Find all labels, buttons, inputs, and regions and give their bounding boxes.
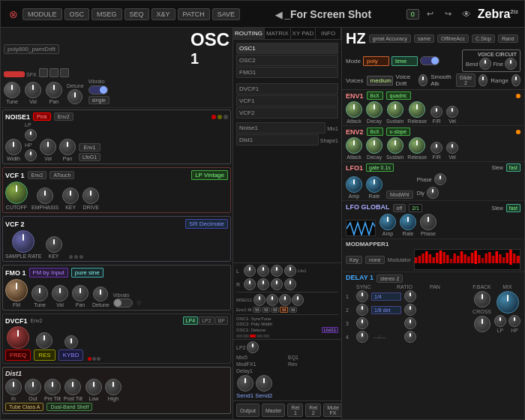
dist-in-knob[interactable]: [5, 379, 22, 395]
single-btn[interactable]: single: [88, 96, 110, 104]
lp2-knob[interactable]: [247, 341, 259, 353]
env1-attack-knob[interactable]: [346, 101, 362, 118]
tube-btn[interactable]: Tube Class A: [5, 403, 44, 411]
delay-sync3-knob[interactable]: [356, 317, 368, 329]
mat-l2[interactable]: [257, 265, 269, 277]
routing-osc2[interactable]: OSC2: [236, 55, 338, 66]
save-nav-btn[interactable]: SAVE: [212, 8, 240, 20]
lp2-btn[interactable]: LP2: [199, 316, 214, 325]
matrix-tab[interactable]: MATRIX: [265, 28, 291, 39]
mseg-k1[interactable]: [254, 294, 266, 306]
offline-btn[interactable]: OfflineAcc: [437, 34, 469, 43]
lfo1-phase-knob[interactable]: [434, 173, 446, 185]
fm-wave-btn[interactable]: pure sine: [71, 268, 104, 278]
bend-knob[interactable]: [479, 58, 491, 70]
mutefx-btn[interactable]: Mute FX: [323, 404, 342, 417]
mode-val[interactable]: poly: [363, 56, 389, 66]
delay-mode-btn[interactable]: stereo 2: [376, 274, 403, 283]
mat-l1[interactable]: [244, 265, 256, 277]
lfo1-dly-knob[interactable]: [427, 187, 439, 199]
routing-fmo1[interactable]: FMO1: [236, 67, 338, 78]
dist-low-knob[interactable]: [86, 379, 102, 395]
lfo1-rate-knob[interactable]: [366, 176, 382, 193]
mseg-k2[interactable]: [266, 294, 278, 306]
lfo-off-btn[interactable]: off: [393, 204, 406, 212]
fmo-tune-knob[interactable]: [32, 285, 48, 302]
cslop-btn[interactable]: C.Slop: [472, 34, 495, 43]
tune-knob[interactable]: [4, 82, 20, 98]
glide2-btn[interactable]: Glide 2: [456, 74, 476, 87]
atouch-btn[interactable]: ATouch: [50, 171, 74, 179]
lfog1-val[interactable]: LfoG1: [322, 327, 338, 333]
send2-knob[interactable]: [256, 375, 272, 392]
voices-val[interactable]: medium: [367, 76, 393, 86]
lfo1-amp-knob[interactable]: [346, 176, 362, 193]
m-btn3[interactable]: M: [271, 307, 279, 313]
env2-decay-knob[interactable]: [366, 137, 382, 154]
noise-lp-knob[interactable]: [25, 129, 37, 141]
sample-rate-knob[interactable]: [12, 230, 34, 253]
xy-nav-btn[interactable]: X&Y: [152, 8, 176, 20]
osc-mini-slider[interactable]: [4, 71, 25, 77]
lfo-phase-knob[interactable]: [420, 214, 436, 230]
mat-r1[interactable]: [244, 278, 256, 290]
osc-nav-btn[interactable]: OSC: [64, 8, 90, 20]
modwhl-btn[interactable]: ModWhl: [386, 190, 413, 199]
none-btn[interactable]: none: [365, 256, 385, 264]
detune-knob[interactable]: [68, 89, 82, 104]
ret2-btn[interactable]: Ret 2: [305, 404, 321, 417]
noise-hp-knob[interactable]: [25, 149, 37, 161]
accuracy-btn[interactable]: great Accuracy: [369, 34, 411, 43]
noise-env2-btn[interactable]: Env2: [54, 112, 74, 121]
fmo-detune-knob[interactable]: [93, 286, 108, 302]
pink-btn[interactable]: Pink: [33, 112, 51, 121]
master-btn[interactable]: Master: [262, 404, 285, 417]
fback-knob[interactable]: [474, 291, 490, 308]
env2-sustain-knob[interactable]: [387, 137, 404, 154]
routing-dvcf1[interactable]: DVCF1: [236, 83, 338, 94]
env1-sustain-knob[interactable]: [387, 101, 404, 118]
slew-val[interactable]: fast: [506, 164, 520, 172]
eye-btn[interactable]: 👁: [460, 8, 473, 21]
env1-decay-knob[interactable]: [366, 101, 382, 118]
m-btn2[interactable]: M: [262, 307, 270, 313]
sr-btn[interactable]: SR Decimale: [185, 219, 228, 229]
emphasis-knob[interactable]: [37, 188, 53, 204]
send1-knob[interactable]: [237, 375, 254, 392]
patch-nav-btn[interactable]: PATCH: [178, 8, 210, 20]
routing-tab[interactable]: ROUTING: [233, 28, 265, 39]
env1-vel-knob[interactable]: [446, 106, 458, 118]
voice-drift-knob[interactable]: [418, 74, 428, 86]
env1-mult-btn[interactable]: 8xX: [367, 92, 383, 100]
module-nav-btn[interactable]: MODULE: [22, 8, 62, 20]
output-btn[interactable]: Output: [236, 404, 260, 417]
freq-btn[interactable]: FREQ: [5, 350, 31, 361]
mat-r3[interactable]: [271, 278, 283, 290]
delay-pan1-knob[interactable]: [404, 290, 416, 302]
mat-r4[interactable]: [284, 278, 296, 290]
hp-knob[interactable]: [508, 315, 520, 327]
mix-knob[interactable]: [496, 291, 519, 314]
dvcf-kybd-knob[interactable]: [64, 335, 78, 349]
routing-dist1[interactable]: Dist1: [236, 134, 319, 146]
osc-ctrl-3[interactable]: [60, 68, 69, 77]
sfx-btn[interactable]: SFX: [26, 72, 37, 77]
delay-ratio2[interactable]: 1/8 dot: [371, 306, 401, 314]
mat-l3[interactable]: [271, 265, 283, 277]
rand-btn[interactable]: Rand: [498, 34, 518, 43]
routing-noise1[interactable]: Noise1: [236, 122, 326, 134]
env1-btn[interactable]: Env1: [79, 143, 100, 152]
m-btn5[interactable]: M: [289, 307, 297, 313]
env2-mult-btn[interactable]: 8xX: [367, 128, 383, 136]
delay-pan3-knob[interactable]: [404, 317, 416, 329]
lfo-fast-btn[interactable]: fast: [506, 204, 520, 212]
mseg-nav-btn[interactable]: MSEG: [92, 8, 122, 20]
env2-vel-knob[interactable]: [446, 142, 458, 154]
env2-release-knob[interactable]: [409, 137, 425, 154]
fm-mode-btn[interactable]: FM by Input: [29, 268, 68, 278]
drive-knob[interactable]: [82, 188, 99, 204]
vol-knob[interactable]: [25, 82, 41, 98]
delay-sync4-knob[interactable]: [356, 331, 368, 343]
fmo-vol-knob[interactable]: [52, 285, 68, 302]
dist-out-knob[interactable]: [25, 379, 41, 395]
